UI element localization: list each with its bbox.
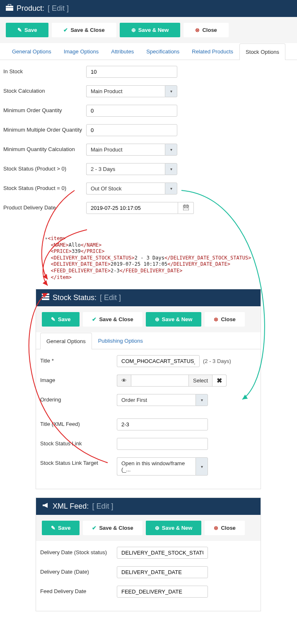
xf-save-close-button[interactable]: ✔ Save & Close xyxy=(83,521,142,535)
xf-dd-date-label: Delivery Date (Date) xyxy=(40,566,117,575)
tab-specifications[interactable]: Specifications xyxy=(140,43,186,60)
product-tabs: General Options Image Options Attributes… xyxy=(0,43,297,60)
xf-close-button[interactable]: ⊗ Close xyxy=(205,521,244,535)
calendar-icon xyxy=(183,204,189,211)
plus-circle-icon: ⊕ xyxy=(131,27,136,33)
ss-image-clear-button[interactable]: ✖ xyxy=(212,375,227,387)
svg-rect-10 xyxy=(187,207,188,208)
x-icon: ✖ xyxy=(217,377,222,384)
xf-dd-stock-input[interactable] xyxy=(117,547,208,559)
chevron-down-icon: ▾ xyxy=(165,85,177,97)
product-form: In Stock Stock Calculation Main Product … xyxy=(0,60,297,227)
tab-related-products[interactable]: Related Products xyxy=(186,43,239,60)
ss-title-hint: (2 - 3 Days) xyxy=(203,358,231,364)
close-button[interactable]: ⊗ Close xyxy=(184,23,228,37)
stock-status-eq0-select[interactable]: Out Of Stock ▾ xyxy=(86,183,177,195)
eye-icon: 👁 xyxy=(121,377,127,384)
min-order-qty-label: Minimum Order Quantity xyxy=(3,105,86,113)
ss-title-xml-input[interactable] xyxy=(117,418,208,430)
ss-link-target-select[interactable]: Open in this window/frame (_... ▾ xyxy=(117,457,208,476)
svg-rect-8 xyxy=(184,207,185,208)
xml-feed-panel: XML Feed: [ Edit ] ✎ Save ✔ Save & Close… xyxy=(36,497,261,611)
stock-calc-select[interactable]: Main Product ▾ xyxy=(86,85,177,97)
save-close-button[interactable]: ✔ Save & Close xyxy=(52,23,116,37)
stock-status-panel: Stock Status: [ Edit ] ✎ Save ✔ Save & C… xyxy=(36,289,261,489)
pencil-icon: ✎ xyxy=(51,316,56,322)
ss-save-close-button[interactable]: ✔ Save & Close xyxy=(83,312,142,327)
min-qty-calc-select[interactable]: Main Product ▾ xyxy=(86,144,177,156)
tab-image-options[interactable]: Image Options xyxy=(58,43,105,60)
stock-status-gt0-select[interactable]: 2 - 3 Days ▾ xyxy=(86,163,177,175)
xf-dd-date-input[interactable] xyxy=(117,566,208,578)
chevron-down-icon: ▾ xyxy=(165,183,177,195)
plus-circle-icon: ⊕ xyxy=(155,316,159,322)
ss-title-input[interactable] xyxy=(117,355,200,367)
xml-feed-title: XML Feed: xyxy=(53,502,89,511)
svg-rect-12 xyxy=(42,296,49,298)
tab-attributes[interactable]: Attributes xyxy=(105,43,140,60)
check-icon: ✔ xyxy=(92,316,97,322)
svg-rect-9 xyxy=(186,207,186,208)
plus-circle-icon: ⊕ xyxy=(155,525,159,531)
ss-close-button[interactable]: ⊗ Close xyxy=(205,312,244,327)
delivery-date-label: Product Delivery Date xyxy=(3,202,86,211)
stock-status-gt0-label: Stock Status (Product > 0) xyxy=(3,163,86,172)
xf-save-button[interactable]: ✎ Save xyxy=(42,521,80,535)
stock-status-eq0-label: Stock Status (Product = 0) xyxy=(3,183,86,191)
min-mult-order-qty-label: Minimum Multiple Order Quantity xyxy=(3,124,86,133)
ss-tab-general[interactable]: General Options xyxy=(40,333,92,349)
stock-calc-value: Main Product xyxy=(86,85,165,97)
stock-status-title: Stock Status: xyxy=(53,293,97,302)
stock-status-header: Stock Status: [ Edit ] xyxy=(36,289,261,306)
min-qty-calc-label: Minimum Quantity Calculation xyxy=(3,144,86,152)
chevron-down-icon: ▾ xyxy=(165,144,177,156)
save-button[interactable]: ✎ Save xyxy=(6,23,48,37)
delivery-date-input[interactable] xyxy=(86,202,178,214)
chevron-down-icon: ▾ xyxy=(196,394,208,406)
xf-save-new-button[interactable]: ⊕ Save & New xyxy=(146,521,202,535)
min-order-qty-input[interactable] xyxy=(86,105,177,117)
xml-snippet: ▾<item> <NAME>Allo</NAME> <PRICE>339</PR… xyxy=(45,235,297,281)
product-panel-title: Product: xyxy=(17,4,44,13)
xf-feed-dd-label: Feed Delivery Date xyxy=(40,586,117,594)
ss-link-label: Stock Status Link xyxy=(40,438,117,447)
svg-rect-11 xyxy=(42,293,49,295)
xml-feed-form: Delivery Date (Stock status) Delivery Da… xyxy=(36,541,261,611)
tab-stock-options[interactable]: Stock Options xyxy=(239,43,285,60)
svg-rect-2 xyxy=(8,5,11,6)
check-icon: ✔ xyxy=(63,27,68,33)
xml-feed-toolbar: ✎ Save ✔ Save & Close ⊕ Save & New ⊗ Clo… xyxy=(36,515,261,541)
ss-tab-publishing[interactable]: Publishing Options xyxy=(92,332,149,349)
save-close-label: Save & Close xyxy=(70,27,104,33)
close-label: Close xyxy=(202,27,217,33)
svg-rect-0 xyxy=(6,6,13,11)
in-stock-input[interactable] xyxy=(86,66,177,78)
pencil-icon: ✎ xyxy=(17,27,22,33)
ss-image-label: Image xyxy=(40,375,117,383)
ss-link-target-label: Stock Status Link Target xyxy=(40,457,117,466)
ss-save-new-button[interactable]: ⊕ Save & New xyxy=(146,312,202,327)
xml-feed-header: XML Feed: [ Edit ] xyxy=(36,498,261,515)
stock-calc-label: Stock Calculation xyxy=(3,85,86,94)
tab-general-options[interactable]: General Options xyxy=(6,43,58,60)
stack-icon xyxy=(42,293,49,302)
svg-rect-13 xyxy=(42,298,49,300)
stock-status-gt0-value: 2 - 3 Days xyxy=(86,163,165,175)
ss-save-button[interactable]: ✎ Save xyxy=(42,312,80,327)
megaphone-icon xyxy=(42,502,49,511)
ss-image-select-button[interactable]: Select xyxy=(189,375,212,387)
min-mult-order-qty-input[interactable] xyxy=(86,124,177,136)
pencil-icon: ✎ xyxy=(51,525,56,531)
save-new-label: Save & New xyxy=(138,27,169,33)
save-new-button[interactable]: ⊕ Save & New xyxy=(120,23,181,37)
briefcase-icon xyxy=(6,4,13,13)
ss-ordering-select[interactable]: Order First ▾ xyxy=(117,394,208,406)
calendar-button[interactable] xyxy=(178,202,194,214)
min-qty-calc-value: Main Product xyxy=(86,144,165,156)
x-circle-icon: ⊗ xyxy=(214,316,218,322)
stock-status-toolbar: ✎ Save ✔ Save & Close ⊕ Save & New ⊗ Clo… xyxy=(36,306,261,332)
ss-link-input[interactable] xyxy=(117,438,208,450)
xf-feed-dd-input[interactable] xyxy=(117,586,208,598)
xml-feed-edit-suffix: [ Edit ] xyxy=(92,502,113,511)
ss-image-preview-button[interactable]: 👁 xyxy=(117,375,131,387)
